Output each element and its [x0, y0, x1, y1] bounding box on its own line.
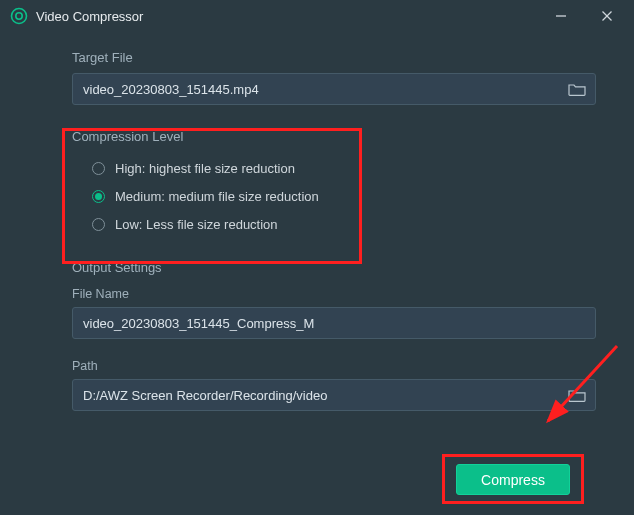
- app-icon: [10, 7, 28, 25]
- radio-label: Low: Less file size reduction: [115, 217, 278, 232]
- compression-radio-group: High: highest file size reduction Medium…: [72, 152, 596, 240]
- path-label: Path: [72, 359, 596, 373]
- folder-icon[interactable]: [567, 385, 587, 405]
- target-file-input[interactable]: [83, 82, 561, 97]
- window-title: Video Compressor: [36, 9, 143, 24]
- radio-option-medium[interactable]: Medium: medium file size reduction: [92, 182, 596, 210]
- folder-icon[interactable]: [567, 79, 587, 99]
- target-file-field[interactable]: [72, 73, 596, 105]
- path-input[interactable]: [83, 388, 561, 403]
- file-name-input[interactable]: [83, 316, 587, 331]
- title-bar: Video Compressor: [0, 0, 634, 32]
- radio-option-high[interactable]: High: highest file size reduction: [92, 154, 596, 182]
- radio-icon: [92, 162, 105, 175]
- path-field[interactable]: [72, 379, 596, 411]
- svg-point-1: [16, 13, 22, 19]
- radio-label: Medium: medium file size reduction: [115, 189, 319, 204]
- compression-level-label: Compression Level: [72, 129, 596, 144]
- svg-point-0: [12, 9, 27, 24]
- file-name-field[interactable]: [72, 307, 596, 339]
- file-name-label: File Name: [72, 287, 596, 301]
- radio-label: High: highest file size reduction: [115, 161, 295, 176]
- target-file-label: Target File: [72, 50, 596, 65]
- radio-icon: [92, 190, 105, 203]
- radio-option-low[interactable]: Low: Less file size reduction: [92, 210, 596, 238]
- minimize-button[interactable]: [538, 0, 584, 32]
- content-area: Target File Compression Level High: high…: [0, 32, 634, 411]
- output-settings-label: Output Settings: [72, 260, 596, 275]
- radio-icon: [92, 218, 105, 231]
- close-button[interactable]: [584, 0, 630, 32]
- compress-button[interactable]: Compress: [456, 464, 570, 495]
- compress-button-label: Compress: [481, 472, 545, 488]
